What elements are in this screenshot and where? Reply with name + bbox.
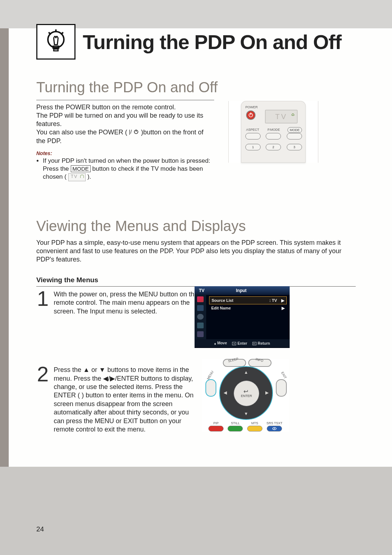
sec1-line1: Press the POWER button on the remote con…	[36, 104, 176, 111]
page-number: 24	[36, 525, 44, 533]
osd-tv: TV	[199, 288, 204, 293]
updown-icon: ♦	[214, 341, 216, 346]
menu-label: MENU	[206, 370, 214, 380]
remote-dpad-figure: SLEEP INFO MENU EXIT ▲ ▼ ◀ ▶ ENTER PIP S…	[202, 359, 289, 432]
aspect-label: ASPECT	[246, 128, 259, 131]
mode-button[interactable]: MODE	[287, 127, 302, 133]
osd-icon-setup	[197, 331, 204, 337]
menu-button[interactable]	[205, 379, 216, 397]
osd-row-source-list[interactable]: Source List : TV ▶	[209, 296, 287, 304]
pmode-label: P.MODE	[268, 128, 280, 131]
mode-button-pill[interactable]	[287, 133, 302, 139]
pip-button[interactable]: PIP	[208, 421, 224, 432]
step-1-text: With the power on, press the MENU button…	[54, 290, 198, 316]
exit-button[interactable]	[276, 379, 287, 397]
osd-row-edit-name[interactable]: Edit Name ▶	[209, 304, 287, 312]
osd-icon-channel	[197, 323, 204, 328]
num-2-button[interactable]: 2	[266, 144, 281, 150]
remote-top-figure: POWER TV ASPECT P.MODE MODE 1 2 3	[228, 101, 318, 163]
osd-footer: ♦Move Enter Return	[195, 339, 290, 347]
sec2-intro: Your PDP has a simple, easy-to-use menu …	[36, 239, 356, 264]
aspect-button[interactable]	[245, 133, 261, 139]
osd-menu-figure: TV Input Source List : TV ▶ Edit Name ▶ …	[195, 286, 290, 348]
osd-icon-input	[197, 296, 204, 302]
osd-title: Input	[236, 288, 246, 293]
osd-sidebar	[195, 295, 206, 339]
step-2-text: Press the ▲ or ▼ buttons to move items i…	[54, 366, 198, 434]
sec1-line3a: You can also use the POWER (	[36, 129, 127, 136]
svg-rect-6	[292, 115, 294, 116]
section-heading-power: Turning the PDP On and Off	[36, 79, 356, 96]
num-3-button[interactable]: 3	[287, 144, 302, 150]
svg-point-12	[274, 428, 275, 429]
tv-mode-icon	[68, 173, 86, 181]
arrow-left-icon: ◀	[224, 390, 227, 395]
still-button[interactable]: STILL	[228, 421, 243, 432]
svg-text:|/: |/	[129, 129, 132, 135]
enter-button[interactable]: ENTER	[234, 381, 259, 406]
sec1-line2: The PDP will be turned on and you will b…	[36, 112, 203, 127]
num-1-button[interactable]: 1	[245, 144, 261, 150]
lightbulb-icon	[36, 24, 75, 60]
srs-button[interactable]: SRS TSXT	[266, 421, 282, 432]
note-1: If your PDP isn't turned on when the pow…	[43, 157, 217, 181]
step-number-2: 2	[36, 366, 49, 434]
exit-label: EXIT	[281, 371, 287, 379]
dpad-ring[interactable]: ▲ ▼ ◀ ▶ ENTER	[219, 366, 273, 420]
step-number-1: 1	[36, 290, 49, 316]
power-label: POWER	[245, 105, 258, 109]
arrow-down-icon: ▼	[244, 411, 248, 416]
arrow-up-icon: ▲	[244, 370, 248, 375]
arrow-right-icon: ▶	[265, 390, 269, 395]
osd-icon-sound	[197, 314, 204, 320]
mts-button[interactable]: MTS	[247, 421, 262, 432]
power-button[interactable]	[246, 110, 256, 120]
remote-lcd: TV	[265, 110, 298, 123]
osd-icon-picture	[197, 305, 204, 311]
subhead-viewing: Viewing the Menus	[36, 276, 356, 284]
chevron-right-icon: ▶	[281, 298, 284, 303]
power-symbol-inline: |/	[129, 129, 139, 137]
page-title: Turning the PDP On and Off	[83, 30, 341, 54]
chevron-right-icon: ▶	[282, 306, 285, 311]
svg-rect-8	[253, 342, 256, 345]
pmode-button[interactable]	[266, 133, 281, 139]
section-heading-menus: Viewing the Menus and Displays	[36, 218, 356, 234]
